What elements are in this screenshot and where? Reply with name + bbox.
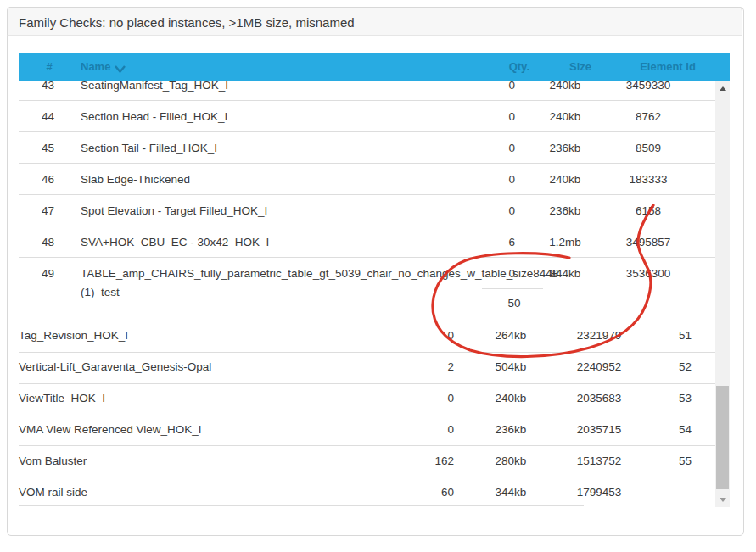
size-value: 240kb	[535, 109, 596, 125]
table-row-vom-rail-side[interactable]: VOM rail side 60 344kb 1799453	[19, 485, 715, 500]
family-name: Slab Edge-Thickened	[81, 172, 190, 187]
family-name: Section Head - Filled_HOK_I	[81, 109, 227, 125]
column-header-element-id[interactable]: Element Id	[625, 60, 710, 73]
row-num: 52	[653, 360, 692, 375]
column-header-name-label: Name	[81, 60, 110, 73]
glitch-cell-divider	[482, 288, 543, 289]
family-name: Section Tail - Filled_HOK_I	[81, 141, 217, 156]
element-id-value: 6158	[606, 204, 691, 219]
qty-value: 0	[454, 266, 515, 282]
row-divider	[19, 415, 715, 415]
size-value: 344kb	[480, 485, 541, 500]
table-header-row: # Name Qty. Size Element Id	[19, 53, 730, 81]
row-divider	[19, 226, 715, 226]
element-id-value: 8762	[606, 109, 691, 125]
size-value: 240kb	[535, 172, 596, 187]
row-num: 43	[42, 81, 54, 93]
qty-value: 60	[393, 485, 454, 500]
family-name: Vertical-Lift_Garaventa_Genesis-Opal	[19, 360, 211, 375]
table-row-tag-revision[interactable]: Tag_Revision_HOK_I 0 264kb 2321979 51	[19, 328, 715, 343]
row-num: 53	[653, 391, 692, 406]
table-row-44[interactable]: 44 Section Head - Filled_HOK_I 0 240kb 8…	[19, 109, 715, 125]
scrollbar-up-button[interactable]	[715, 81, 730, 96]
element-id-value: 1799453	[557, 485, 641, 500]
qty-value: 0	[454, 204, 515, 219]
element-id-value: 2240952	[557, 360, 641, 375]
row-num: 55	[653, 454, 692, 469]
table-row-vom-baluster[interactable]: Vom Baluster 162 280kb 1513752 55	[19, 454, 715, 469]
family-name: VMA View Referenced View_HOK_I	[19, 422, 202, 438]
family-name: Vom Baluster	[19, 454, 87, 469]
qty-value: 0	[454, 81, 515, 93]
family-name: SeatingManifest_Tag_HOK_I	[81, 81, 228, 93]
column-header-name[interactable]: Name	[81, 60, 126, 73]
qty-value: 0	[393, 391, 454, 406]
row-num: 51	[653, 328, 692, 343]
table-row-49[interactable]: 49 TABLE_amp_CHAIRS_fully_parametric_tab…	[19, 266, 715, 282]
size-value: 504kb	[480, 360, 541, 375]
element-id-value: 2035683	[557, 391, 641, 406]
element-id-value: 183333	[606, 172, 691, 187]
family-name: Spot Elevation - Target Filled_HOK_I	[81, 204, 267, 219]
size-value: 280kb	[480, 454, 541, 469]
size-value: 236kb	[535, 204, 596, 219]
row-num: 47	[42, 204, 54, 219]
row-divider	[19, 445, 715, 446]
triangle-up-icon	[720, 86, 726, 91]
row-divider	[19, 352, 715, 353]
row-divider	[19, 100, 715, 101]
chevron-down-icon	[115, 63, 126, 70]
qty-value: 0	[454, 172, 515, 187]
size-value: 236kb	[480, 422, 541, 438]
family-name: SVA+HOK_CBU_EC - 30x42_HOK_I	[81, 235, 269, 250]
table-row-45[interactable]: 45 Section Tail - Filled_HOK_I 0 236kb 8…	[19, 141, 715, 156]
row-num: 48	[42, 235, 54, 250]
column-header-size[interactable]: Size	[553, 60, 608, 73]
element-id-value: 2035715	[557, 422, 641, 438]
element-id-value: 3495857	[606, 235, 691, 250]
element-id-value: 2321979	[557, 328, 641, 343]
size-value: 1.2mb	[535, 235, 596, 250]
qty-value: 0	[393, 422, 454, 438]
column-header-num[interactable]: #	[40, 60, 59, 73]
qty-value: 162	[393, 454, 454, 469]
row-num: 45	[42, 141, 54, 156]
family-name: Tag_Revision_HOK_I	[19, 328, 128, 343]
scrollbar-down-button[interactable]	[715, 493, 730, 507]
glitch-row-num-50: 50	[484, 297, 545, 309]
row-divider	[19, 383, 715, 384]
element-id-value: 3536300	[606, 266, 691, 282]
triangle-down-icon	[720, 498, 726, 502]
row-divider	[19, 257, 715, 258]
size-value: 844kb	[535, 266, 596, 282]
row-divider	[19, 163, 715, 164]
qty-value: 0	[454, 141, 515, 156]
family-name: ViewTitle_HOK_I	[19, 391, 105, 406]
row-num: 49	[42, 266, 54, 282]
scrollbar-thumb[interactable]	[716, 386, 729, 489]
table-scrollbar[interactable]	[715, 81, 730, 507]
row-num: 46	[42, 172, 54, 187]
table-row-vertical-lift[interactable]: Vertical-Lift_Garaventa_Genesis-Opal 2 5…	[19, 360, 715, 375]
table-row-48[interactable]: 48 SVA+HOK_CBU_EC - 30x42_HOK_I 6 1.2mb …	[19, 235, 715, 250]
family-name: VOM rail side	[19, 485, 87, 500]
element-id-value: 3459330	[606, 81, 691, 93]
table-row-43-clipped[interactable]: 43 SeatingManifest_Tag_HOK_I 0 240kb 345…	[19, 81, 715, 94]
row-divider	[19, 505, 584, 506]
table-row-vma-view[interactable]: VMA View Referenced View_HOK_I 0 236kb 2…	[19, 422, 715, 438]
size-value: 264kb	[480, 328, 541, 343]
row-num: 44	[42, 109, 54, 125]
size-value: 240kb	[480, 391, 541, 406]
column-header-qty[interactable]: Qty.	[460, 60, 529, 73]
qty-value: 0	[393, 328, 454, 343]
row-num: 54	[653, 422, 692, 438]
size-value: 240kb	[535, 81, 596, 93]
family-name-line2: (1)_test	[81, 285, 120, 300]
row-divider	[19, 477, 659, 477]
element-id-value: 8509	[606, 141, 691, 156]
row-divider	[19, 131, 715, 132]
table-row-viewtitle[interactable]: ViewTitle_HOK_I 0 240kb 2035683 53	[19, 391, 715, 406]
table-row-47[interactable]: 47 Spot Elevation - Target Filled_HOK_I …	[19, 204, 715, 219]
qty-value: 0	[454, 109, 515, 125]
table-row-46[interactable]: 46 Slab Edge-Thickened 0 240kb 183333	[19, 172, 715, 187]
